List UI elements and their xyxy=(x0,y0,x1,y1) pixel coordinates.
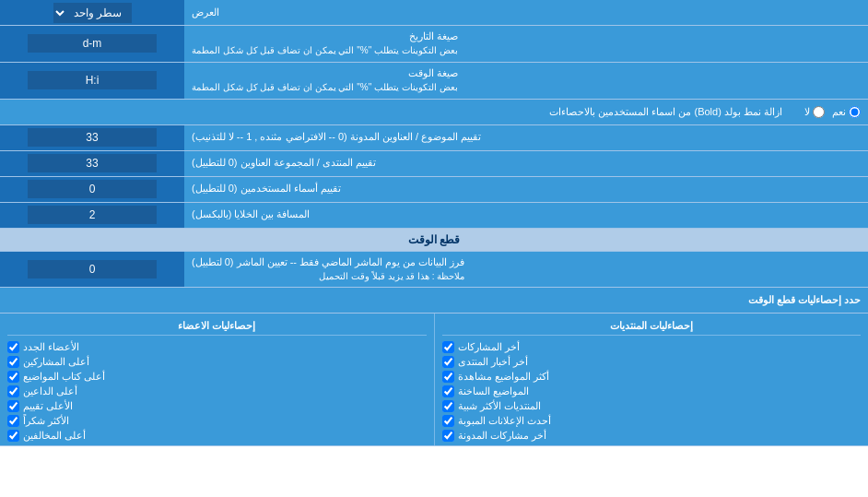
checkbox-classified-ads[interactable]: أحدث الإعلانات المبوبة xyxy=(442,415,862,427)
forum-order-input-cell xyxy=(0,151,184,176)
checkbox-new-members-input[interactable] xyxy=(7,341,19,353)
cutoff-filter-input[interactable] xyxy=(28,260,157,278)
bold-remove-text: ازالة نمط بولد (Bold) من اسماء المستخدمي… xyxy=(7,106,782,118)
cutoff-section-header: قطع الوقت xyxy=(0,229,868,252)
checkbox-forum-news-input[interactable] xyxy=(442,356,454,368)
date-format-input[interactable] xyxy=(28,34,157,53)
forum-order-row: تقييم المنتدى / المجموعة العناوين (0 للت… xyxy=(0,151,868,177)
checkbox-forum-news[interactable]: أخر أخبار المنتدى xyxy=(442,356,862,368)
checkbox-last-posts[interactable]: أخر المشاركات xyxy=(442,341,862,353)
checkbox-similar-forums[interactable]: المنتديات الأكثر شبية xyxy=(442,400,862,412)
checkbox-blog-posts-input[interactable] xyxy=(442,430,454,442)
display-type-input-cell: سطر واحد عدة أسطر xyxy=(0,0,184,25)
checkbox-most-viewed-input[interactable] xyxy=(442,371,454,383)
date-format-row: صيغة التاريخبعض التكوينات يتطلب "%" التي… xyxy=(0,26,868,63)
checkbox-highest-rated-input[interactable] xyxy=(7,400,19,412)
checkbox-most-viewed[interactable]: أكثر المواضيع مشاهدة xyxy=(442,371,862,383)
stats-col-forums-header: إحصاءليات المنتديات xyxy=(442,317,862,336)
date-format-label: صيغة التاريخبعض التكوينات يتطلب "%" التي… xyxy=(184,26,868,62)
time-format-input-cell xyxy=(0,63,184,99)
bold-no-label[interactable]: لا xyxy=(804,106,825,118)
date-format-input-cell xyxy=(0,26,184,62)
checkbox-hot-topics-input[interactable] xyxy=(442,385,454,397)
cell-spacing-row: المسافة بين الخلايا (بالبكسل) xyxy=(0,203,868,229)
topic-order-label: تقييم الموضوع / العناوين المدونة (0 -- ا… xyxy=(184,125,868,150)
stats-selection-label: حدد إحصاءليات قطع الوقت xyxy=(0,288,868,313)
users-order-input-cell xyxy=(0,177,184,202)
users-order-input[interactable] xyxy=(28,180,157,198)
checkbox-top-inviters[interactable]: أعلى الداعين xyxy=(7,385,427,397)
display-type-select[interactable]: سطر واحد عدة أسطر xyxy=(53,3,132,23)
checkbox-new-members[interactable]: الأعضاء الجدد xyxy=(7,341,427,353)
checkbox-top-posters[interactable]: أعلى المشاركين xyxy=(7,356,427,368)
cutoff-filter-label: فرز البيانات من يوم الماشر الماضي فقط --… xyxy=(184,252,868,288)
users-order-label: تقييم أسماء المستخدمين (0 للتطبيل) xyxy=(184,177,868,202)
bold-remove-row: نعم لا ازالة نمط بولد (Bold) من اسماء ال… xyxy=(0,100,868,125)
stats-selection-text: حدد إحصاءليات قطع الوقت xyxy=(748,293,861,307)
stats-selection-row: حدد إحصاءليات قطع الوقت xyxy=(0,288,868,314)
stats-grid: إحصاءليات المنتديات أخر المشاركات أخر أخ… xyxy=(0,314,868,446)
checkbox-hot-topics[interactable]: المواضيع الساخنة xyxy=(442,385,862,397)
cell-spacing-label: المسافة بين الخلايا (بالبكسل) xyxy=(184,203,868,228)
checkbox-most-thanked-input[interactable] xyxy=(7,415,19,427)
checkbox-top-inviters-input[interactable] xyxy=(7,385,19,397)
time-format-input[interactable] xyxy=(28,71,157,89)
checkbox-top-violations-input[interactable] xyxy=(7,430,19,442)
stats-col-divider xyxy=(434,314,435,445)
checkbox-top-violations[interactable]: أعلى المخالفين xyxy=(7,430,427,442)
cutoff-section-title: قطع الوقت xyxy=(408,233,460,246)
checkbox-similar-forums-input[interactable] xyxy=(442,400,454,412)
checkbox-top-posters-input[interactable] xyxy=(7,356,19,368)
bold-no-radio[interactable] xyxy=(813,106,825,118)
forum-order-label: تقييم المنتدى / المجموعة العناوين (0 للت… xyxy=(184,151,868,176)
stats-col-forums: إحصاءليات المنتديات أخر المشاركات أخر أخ… xyxy=(435,314,869,445)
time-format-label: صيغة الوقتبعض التكوينات يتطلب "%" التي ي… xyxy=(184,63,868,99)
checkbox-highest-rated[interactable]: الأعلى تقييم xyxy=(7,400,427,412)
bold-remove-label: نعم لا ازالة نمط بولد (Bold) من اسماء ال… xyxy=(0,100,868,124)
checkbox-top-topic-writers[interactable]: أعلى كتاب المواضيع xyxy=(7,371,427,383)
users-order-row: تقييم أسماء المستخدمين (0 للتطبيل) xyxy=(0,177,868,203)
topic-order-row: تقييم الموضوع / العناوين المدونة (0 -- ا… xyxy=(0,125,868,151)
display-type-row: العرض سطر واحد عدة أسطر xyxy=(0,0,868,26)
cell-spacing-input[interactable] xyxy=(28,206,157,224)
bold-yes-radio[interactable] xyxy=(849,106,861,118)
topic-order-input[interactable] xyxy=(28,128,157,147)
cutoff-filter-input-cell xyxy=(0,252,184,288)
bold-yes-label[interactable]: نعم xyxy=(832,106,861,118)
checkbox-top-topic-writers-input[interactable] xyxy=(7,371,19,383)
display-type-label: العرض xyxy=(184,0,868,25)
time-format-row: صيغة الوقتبعض التكوينات يتطلب "%" التي ي… xyxy=(0,63,868,100)
checkbox-blog-posts[interactable]: أخر مشاركات المدونة xyxy=(442,430,862,442)
stats-col-members-header: إحصاءليات الاعضاء xyxy=(7,317,427,336)
checkbox-classified-ads-input[interactable] xyxy=(442,415,454,427)
cutoff-filter-row: فرز البيانات من يوم الماشر الماضي فقط --… xyxy=(0,252,868,289)
checkbox-most-thanked[interactable]: الأكثر شكراً xyxy=(7,415,427,427)
forum-order-input[interactable] xyxy=(28,154,157,172)
stats-col-members: إحصاءليات الاعضاء الأعضاء الجدد أعلى الم… xyxy=(0,314,434,445)
cell-spacing-input-cell xyxy=(0,203,184,228)
checkbox-last-posts-input[interactable] xyxy=(442,341,454,353)
topic-order-input-cell xyxy=(0,125,184,150)
